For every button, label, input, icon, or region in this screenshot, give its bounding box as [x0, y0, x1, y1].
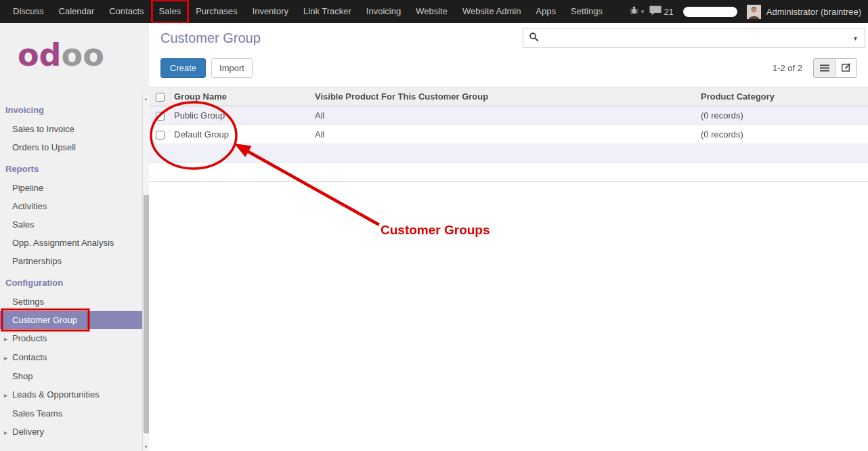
topbar-right: ▾ 21 Administrator (braintree)	[629, 5, 868, 19]
sidebar-item-contacts[interactable]: ▸Contacts	[0, 348, 142, 367]
odoo-logo: odoo	[0, 23, 149, 98]
sidebar: odoo Invoicing Sales to Invoice Orders t…	[0, 23, 149, 451]
sidebar-item-label: Products	[12, 333, 47, 343]
row-checkbox[interactable]	[156, 131, 165, 139]
cell-visible-product[interactable]: All	[311, 125, 697, 144]
chat-bubble-icon	[649, 5, 661, 18]
expand-arrow-icon: ▸	[4, 353, 12, 362]
sidebar-item-label: Contacts	[12, 352, 47, 362]
sidebar-item-partnerships[interactable]: Partnerships	[0, 252, 142, 270]
nav-item-purchases[interactable]: Purchases	[188, 0, 244, 23]
sidebar-scrollbar[interactable]: ▴ ▾	[142, 95, 149, 451]
form-view-icon	[842, 62, 851, 74]
list-view-button[interactable]	[813, 58, 836, 78]
nav-item-apps[interactable]: Apps	[528, 0, 563, 23]
sidebar-item-shop[interactable]: Shop	[0, 367, 142, 385]
sidebar-item-label: Leads & Opportunities	[12, 389, 100, 400]
table-area: Group Name Visible Product For This Cust…	[149, 87, 868, 182]
nav-item-link-tracker[interactable]: Link Tracker	[296, 0, 359, 23]
row-select-cell	[149, 106, 171, 125]
nav-item-discuss[interactable]: Discuss	[5, 0, 51, 23]
cell-group-name[interactable]: Public Group	[171, 106, 311, 125]
sidebar-item-sales-teams[interactable]: Sales Teams	[0, 404, 142, 423]
nav-item-settings[interactable]: Settings	[563, 0, 610, 23]
search-input[interactable]	[543, 33, 852, 43]
scrollbar-thumb[interactable]	[144, 195, 149, 433]
topbar: Discuss Calendar Contacts Sales Purchase…	[0, 0, 868, 23]
import-button[interactable]: Import	[211, 58, 253, 78]
table-row-public-group[interactable]: Public Group All (0 records)	[149, 106, 868, 125]
sidebar-item-sales-to-invoice[interactable]: Sales to Invoice	[0, 120, 142, 138]
expand-arrow-icon: ▸	[4, 391, 12, 400]
table-row-default-group[interactable]: Default Group All (0 records)	[149, 125, 868, 144]
message-count-badge: 21	[664, 7, 673, 17]
pager-text: 1-2 of 2	[773, 63, 802, 73]
row-select-cell	[149, 125, 171, 144]
sidebar-item-pipeline[interactable]: Pipeline	[0, 179, 142, 197]
cell-product-category[interactable]: (0 records)	[697, 106, 868, 125]
nav-item-sales[interactable]: Sales	[152, 0, 189, 23]
page-title: Customer Group	[160, 30, 261, 46]
logo-text-gray: oo	[62, 37, 104, 73]
section-title-configuration: Configuration	[0, 270, 149, 293]
nav-item-contacts[interactable]: Contacts	[102, 0, 151, 23]
select-all-cell	[149, 87, 171, 106]
odoo-app-window: Discuss Calendar Contacts Sales Purchase…	[0, 0, 868, 451]
sidebar-item-orders-to-upsell[interactable]: Orders to Upsell	[0, 138, 142, 156]
sidebar-item-activities[interactable]: Activities	[0, 197, 142, 215]
expand-arrow-icon: ▸	[4, 428, 12, 437]
messages-menu[interactable]: 21	[649, 5, 673, 18]
table-header-row: Group Name Visible Product For This Cust…	[149, 87, 868, 106]
cell-product-category[interactable]: (0 records)	[697, 125, 868, 144]
sidebar-menu: Invoicing Sales to Invoice Orders to Ups…	[0, 98, 149, 442]
table-empty-row	[149, 144, 868, 163]
cell-visible-product[interactable]: All	[311, 106, 697, 125]
main-content: Customer Group ▾ Create Import 1-2 of 2	[149, 23, 868, 451]
scroll-down-icon[interactable]: ▾	[143, 444, 149, 450]
control-panel: Customer Group ▾	[149, 23, 868, 53]
sidebar-item-products[interactable]: ▸Products	[0, 329, 142, 348]
cell-group-name[interactable]: Default Group	[171, 125, 311, 144]
section-title-invoicing: Invoicing	[0, 98, 149, 120]
progress-indicator	[683, 7, 737, 17]
list-view-icon	[820, 62, 829, 74]
section-title-reports: Reports	[0, 156, 149, 179]
row-checkbox[interactable]	[156, 112, 165, 121]
expand-arrow-icon: ▸	[4, 335, 12, 343]
caret-down-icon: ▾	[641, 8, 645, 15]
nav-item-website[interactable]: Website	[408, 0, 455, 23]
scroll-up-icon[interactable]: ▴	[143, 96, 149, 102]
customer-group-table: Group Name Visible Product For This Cust…	[149, 87, 868, 182]
create-button[interactable]: Create	[160, 58, 206, 78]
logo-text-purple: od	[18, 37, 62, 73]
sidebar-item-leads-opportunities[interactable]: ▸Leads & Opportunities	[0, 385, 142, 404]
column-header-visible-product[interactable]: Visible Product For This Customer Group	[311, 87, 697, 106]
sidebar-item-customer-group[interactable]: Customer Group	[0, 311, 142, 329]
search-box: ▾	[523, 28, 865, 48]
search-dropdown-caret-icon[interactable]: ▾	[852, 35, 859, 42]
nav-item-invoicing[interactable]: Invoicing	[359, 0, 408, 23]
top-navigation: Discuss Calendar Contacts Sales Purchase…	[5, 0, 610, 23]
page-layout: odoo Invoicing Sales to Invoice Orders t…	[0, 23, 868, 451]
table-empty-row	[149, 163, 868, 182]
sidebar-item-settings[interactable]: Settings	[0, 293, 142, 311]
column-header-group-name[interactable]: Group Name	[171, 87, 311, 106]
nav-item-inventory[interactable]: Inventory	[245, 0, 296, 23]
user-menu[interactable]: Administrator (braintree)	[766, 7, 864, 17]
action-buttons-row: Create Import 1-2 of 2	[149, 53, 868, 83]
search-icon	[529, 32, 539, 45]
form-view-button[interactable]	[835, 58, 857, 78]
sidebar-item-label: Delivery	[12, 427, 44, 437]
nav-item-website-admin[interactable]: Website Admin	[455, 0, 528, 23]
nav-item-calendar[interactable]: Calendar	[51, 0, 102, 23]
pager-group: 1-2 of 2	[773, 58, 857, 78]
avatar[interactable]	[747, 5, 761, 19]
debug-menu[interactable]: ▾	[629, 5, 645, 18]
sidebar-item-delivery[interactable]: ▸Delivery	[0, 423, 142, 442]
sidebar-item-sales[interactable]: Sales	[0, 215, 142, 234]
column-header-product-category[interactable]: Product Category	[697, 87, 868, 106]
sidebar-item-opp-assignment-analysis[interactable]: Opp. Assignment Analysis	[0, 234, 142, 252]
bug-icon	[629, 5, 639, 18]
select-all-checkbox[interactable]	[156, 93, 165, 102]
